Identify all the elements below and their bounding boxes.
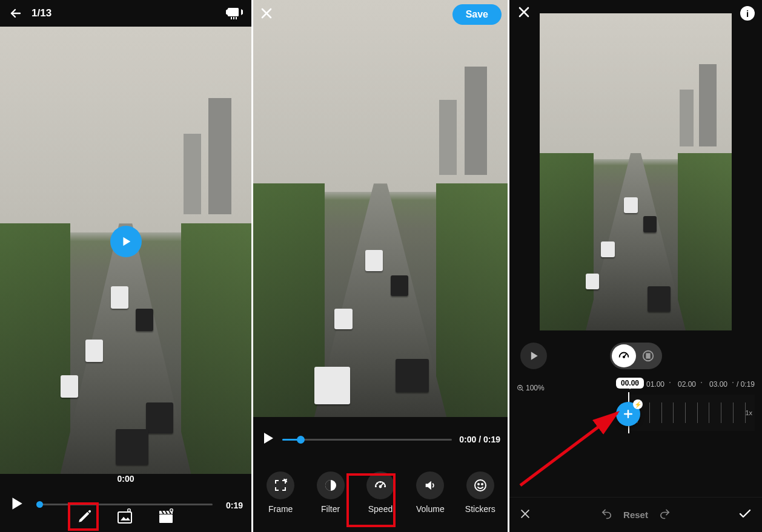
tool-stickers[interactable]: Stickers bbox=[459, 471, 502, 514]
scrubber-2[interactable] bbox=[282, 439, 452, 441]
tool-volume[interactable]: Volume bbox=[408, 471, 452, 514]
tool-speed[interactable]: Speed bbox=[359, 471, 402, 514]
time-ruler[interactable]: 01.00 02.00 03.00 / 0:19 bbox=[618, 380, 755, 392]
total-time: / 0:19 bbox=[737, 380, 755, 389]
video-preview-1[interactable] bbox=[0, 27, 251, 474]
tool-speed-label: Speed bbox=[368, 504, 393, 514]
bottombar-3: Reset bbox=[509, 497, 762, 532]
undo-icon[interactable] bbox=[600, 508, 612, 522]
panel-speed-editor: i 100% 00.00 01.00 bbox=[509, 0, 762, 532]
panel-edit-tools: Save 0:00 / 0:19 Frame Filter Speed Volu… bbox=[253, 0, 508, 532]
zoom-level[interactable]: 100% bbox=[517, 384, 545, 392]
video-preview-2[interactable] bbox=[253, 0, 508, 417]
time-current: 0:00 bbox=[117, 474, 134, 484]
svg-rect-6 bbox=[159, 514, 173, 523]
reset-button[interactable]: Reset bbox=[623, 510, 648, 520]
svg-rect-16 bbox=[648, 353, 649, 358]
tool-frame-label: Frame bbox=[268, 504, 293, 514]
svg-rect-1 bbox=[231, 17, 232, 19]
ruler-tick: 01.00 bbox=[646, 380, 664, 389]
svg-point-9 bbox=[380, 486, 382, 488]
svg-rect-0 bbox=[228, 8, 239, 16]
svg-point-13 bbox=[623, 356, 624, 358]
redo-icon[interactable] bbox=[659, 508, 671, 522]
clapperboard-icon[interactable] bbox=[158, 508, 175, 527]
bolt-badge-icon: ⚡ bbox=[633, 399, 643, 409]
speed-mode-freeze-icon[interactable] bbox=[636, 344, 660, 367]
ruler-tick: 03.00 bbox=[709, 380, 727, 389]
bottom-actions-1 bbox=[0, 499, 251, 532]
svg-point-10 bbox=[475, 480, 486, 491]
svg-line-18 bbox=[520, 413, 617, 485]
confirm-icon[interactable] bbox=[738, 507, 752, 524]
time-display: 0:00 / 0:19 bbox=[459, 435, 500, 444]
topbar-1: 1/13 bbox=[0, 0, 251, 27]
svg-point-12 bbox=[482, 484, 483, 485]
speed-mode-toggle[interactable] bbox=[610, 343, 662, 369]
cancel-icon[interactable] bbox=[519, 508, 531, 522]
tool-stickers-label: Stickers bbox=[465, 504, 495, 514]
svg-rect-15 bbox=[646, 353, 648, 358]
svg-rect-2 bbox=[233, 17, 234, 19]
tool-filter-label: Filter bbox=[321, 504, 340, 514]
tool-filter[interactable]: Filter bbox=[309, 471, 353, 514]
panel-clip-preview: 1/13 0:00 0:19 bbox=[0, 0, 251, 532]
save-button[interactable]: Save bbox=[452, 4, 502, 25]
speed-strip[interactable]: 1x bbox=[628, 395, 755, 431]
play-overlay-button[interactable] bbox=[110, 226, 142, 257]
play-button-2[interactable] bbox=[260, 431, 275, 448]
speed-mode-speed-icon[interactable] bbox=[612, 344, 636, 367]
info-icon[interactable]: i bbox=[740, 6, 755, 21]
svg-rect-3 bbox=[236, 17, 237, 19]
tool-row: Frame Filter Speed Volume Stickers bbox=[253, 459, 508, 526]
ruler-tick: 02.00 bbox=[678, 380, 696, 389]
close-icon[interactable] bbox=[517, 5, 531, 22]
edit-icon[interactable] bbox=[77, 508, 93, 527]
media-import-icon[interactable] bbox=[226, 7, 243, 20]
svg-point-11 bbox=[478, 484, 479, 485]
play-button-3[interactable] bbox=[520, 343, 547, 369]
tool-frame[interactable]: Frame bbox=[259, 471, 302, 514]
video-preview-3[interactable] bbox=[540, 13, 732, 330]
add-speed-point-button[interactable]: ⚡ bbox=[616, 402, 640, 426]
tool-volume-label: Volume bbox=[416, 504, 445, 514]
clip-counter: 1/13 bbox=[31, 7, 51, 19]
add-media-icon[interactable] bbox=[117, 508, 134, 527]
close-icon[interactable] bbox=[259, 6, 274, 23]
speed-marker: 1x bbox=[745, 409, 752, 416]
svg-rect-4 bbox=[118, 512, 131, 523]
back-icon[interactable] bbox=[8, 6, 23, 21]
